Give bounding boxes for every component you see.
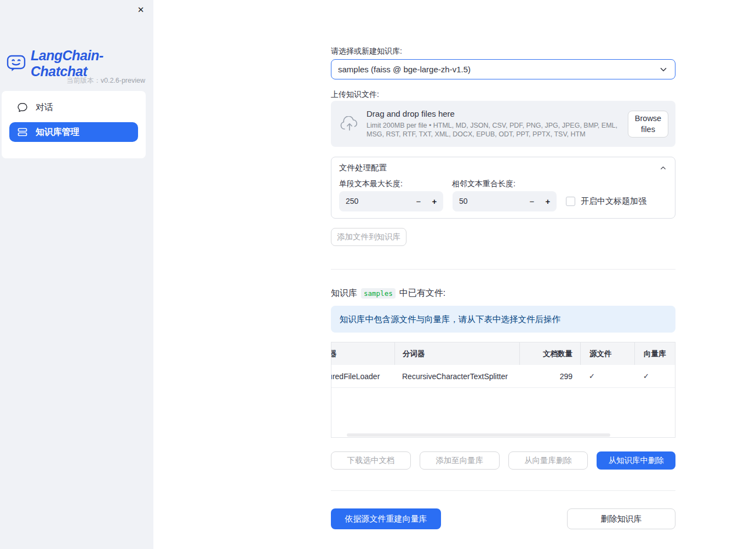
file-config-title: 文件处理配置 (339, 163, 659, 173)
chat-bubble-icon (17, 102, 28, 113)
knowledge-base-icon (17, 127, 28, 138)
sidebar-item-kb-management[interactable]: 知识库管理 (9, 122, 138, 142)
overlap-size-value[interactable]: 50 (459, 191, 468, 211)
table-header-doc-count[interactable]: 文档数量 (519, 342, 580, 365)
version-label: 当前版本： (66, 77, 101, 84)
main-content: 请选择或新建知识库: samples (faiss @ bge-large-zh… (331, 0, 675, 529)
chevron-up-icon (659, 164, 667, 172)
sidebar-item-label: 知识库管理 (36, 123, 79, 141)
file-uploader-dropzone[interactable]: Drag and drop files here Limit 200MB per… (331, 101, 675, 147)
app-logo: LangChain-Chatchat (7, 48, 153, 79)
table-header-vector-store[interactable]: 向量库 (634, 342, 675, 365)
kb-files-heading-prefix: 知识库 (331, 288, 357, 299)
download-selected-button[interactable]: 下载选中文档 (331, 451, 411, 470)
browse-files-button[interactable]: Browse files (628, 111, 668, 138)
zh-title-enhance-label: 开启中文标题加强 (581, 196, 646, 207)
cell-doc-count: 299 (519, 365, 580, 387)
rebuild-vector-store-button[interactable]: 依据源文件重建向量库 (331, 508, 441, 529)
file-config-body: 单段文本最大长度: 相邻文本重合长度: 250 − + 50 − + 开启中文标… (331, 178, 675, 211)
logo-chat-icon (7, 55, 26, 72)
app-title: LangChain-Chatchat (31, 48, 153, 79)
kb-files-heading-suffix: 中已有文件: (399, 288, 445, 299)
version-info: 当前版本：v0.2.6-preview (66, 76, 145, 85)
add-to-vector-store-button[interactable]: 添加至向量库 (420, 451, 500, 470)
plus-stepper-button[interactable]: + (541, 191, 555, 211)
upload-label: 上传知识文件: (331, 89, 675, 100)
minus-stepper-button[interactable]: − (525, 191, 539, 211)
kb-name-code: samples (361, 288, 396, 299)
overlap-size-input[interactable]: 50 − + (453, 191, 557, 211)
chunk-size-value[interactable]: 250 (346, 191, 358, 211)
divider (331, 490, 675, 491)
table-header-splitter[interactable]: 分词器 (394, 342, 519, 365)
table-header-row: 文档加载器 分词器 文档数量 源文件 向量库 (331, 342, 675, 365)
plus-stepper-button[interactable]: + (427, 191, 442, 211)
table-header-source-file[interactable]: 源文件 (580, 342, 634, 365)
kb-selectbox[interactable]: samples (faiss @ bge-large-zh-v1.5) (331, 59, 675, 79)
overlap-size-label: 相邻文本重合长度: (452, 178, 565, 189)
chunk-size-label: 单段文本最大长度: (339, 178, 452, 189)
sidebar-item-label: 对话 (36, 98, 53, 117)
kb-files-table[interactable]: 文档加载器 分词器 文档数量 源文件 向量库 UnstructuredFileL… (331, 342, 675, 438)
minus-stepper-button[interactable]: − (411, 191, 426, 211)
sidebar-menu: 对话 知识库管理 (2, 91, 146, 158)
version-value: v0.2.6-preview (101, 77, 145, 84)
info-alert: 知识库中包含源文件与向量库，请从下表中选择文件后操作 (331, 306, 675, 333)
divider (331, 269, 675, 270)
uploader-text: Drag and drop files here Limit 200MB per… (366, 109, 628, 139)
zh-title-enhance-checkbox[interactable] (566, 197, 575, 206)
cell-loader: UnstructuredFileLoader (331, 365, 394, 387)
add-files-to-kb-button[interactable]: 添加文件到知识库 (331, 228, 406, 246)
kb-level-actions: 依据源文件重建向量库 删除知识库 (331, 508, 675, 529)
cell-vector-store-check: ✓ (634, 365, 675, 387)
kb-files-heading: 知识库 samples 中已有文件: (331, 288, 675, 299)
delete-from-kb-button[interactable]: 从知识库中删除 (597, 451, 675, 470)
cell-splitter: RecursiveCharacterTextSplitter (394, 365, 519, 387)
file-config-expander: 文件处理配置 单段文本最大长度: 相邻文本重合长度: 250 − + 50 (331, 157, 675, 219)
uploader-title: Drag and drop files here (366, 109, 625, 118)
kb-select-label: 请选择或新建知识库: (331, 45, 675, 56)
file-action-buttons: 下载选中文档 添加至向量库 从向量库删除 从知识库中删除 (331, 451, 675, 470)
delete-kb-button[interactable]: 删除知识库 (567, 508, 675, 529)
chevron-down-icon (658, 65, 668, 75)
cloud-upload-icon (340, 116, 359, 131)
table-horizontal-scrollbar[interactable] (347, 433, 610, 437)
table-row[interactable]: UnstructuredFileLoader RecursiveCharacte… (331, 365, 675, 388)
delete-from-vector-store-button[interactable]: 从向量库删除 (508, 451, 588, 470)
zh-title-enhance-option: 开启中文标题加强 (566, 196, 646, 207)
sidebar-item-dialogue[interactable]: 对话 (9, 98, 138, 117)
file-config-expander-header[interactable]: 文件处理配置 (331, 157, 675, 178)
cell-source-file-check: ✓ (580, 365, 634, 387)
sidebar: ✕ LangChain-Chatchat 当前版本：v0.2.6-preview… (0, 0, 153, 549)
table-scroll-content: 文档加载器 分词器 文档数量 源文件 向量库 UnstructuredFileL… (331, 342, 675, 388)
table-header-loader[interactable]: 文档加载器 (331, 342, 394, 365)
kb-selected-option: samples (faiss @ bge-large-zh-v1.5) (338, 65, 658, 74)
sidebar-close-icon[interactable]: ✕ (135, 4, 146, 15)
uploader-limit-text: Limit 200MB per file • HTML, MD, JSON, C… (366, 121, 625, 139)
chunk-size-input[interactable]: 250 − + (339, 191, 443, 211)
